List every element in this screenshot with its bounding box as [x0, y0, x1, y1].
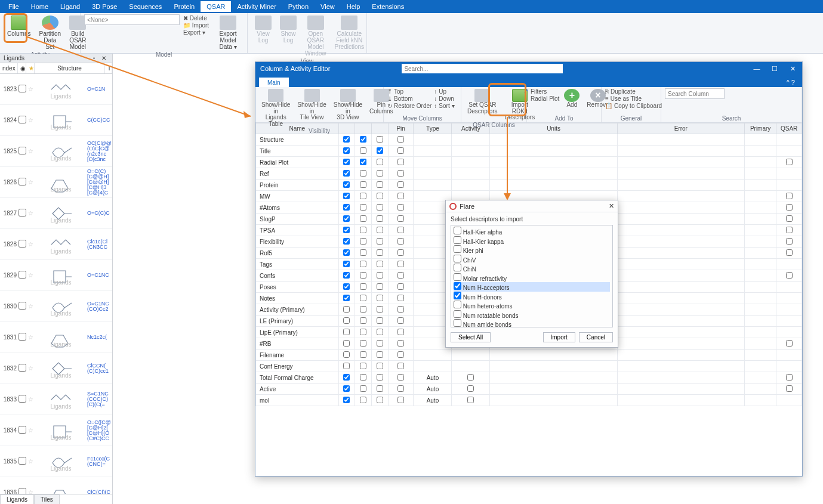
menu-protein[interactable]: Protein: [168, 1, 201, 12]
ligand-checkbox[interactable]: [18, 395, 26, 404]
menu-view[interactable]: View: [315, 1, 341, 12]
table-header[interactable]: Pin: [388, 123, 414, 134]
tab-main[interactable]: Main: [259, 78, 289, 87]
select-all-button[interactable]: Select All: [451, 332, 491, 342]
ligand-row[interactable]: 1828☆LigandsClc1c(Cl(CN3CC: [0, 229, 112, 260]
table-header[interactable]: QSAR: [776, 123, 802, 134]
menu-activity-miner[interactable]: Activity Miner: [231, 1, 282, 12]
descriptor-list[interactable]: Hall-Kier alpha Hall-Kier kappa Kier phi…: [451, 225, 613, 327]
menu-help[interactable]: Help: [341, 1, 366, 12]
ligand-row[interactable]: 1829☆LigandsO=C1NC: [0, 260, 112, 291]
star-icon[interactable]: ☆: [26, 179, 35, 185]
star-icon[interactable]: ☆: [26, 148, 35, 154]
search-column-input[interactable]: [665, 88, 725, 99]
descriptor-item[interactable]: Hall-Kier alpha: [454, 227, 610, 236]
ligand-row[interactable]: 1834☆LigandsO=C([C@[C@H]2[[C@H](O(C#C)CC: [0, 415, 112, 446]
sort[interactable]: ↕ Sort ▾: [434, 103, 454, 109]
editor-titlebar[interactable]: Column & Activity Editor — ☐ ✕: [255, 62, 802, 75]
descriptor-item[interactable]: Molar refractivity: [454, 273, 610, 283]
import-button[interactable]: Import: [543, 332, 575, 342]
table-row[interactable]: Conf Energy: [256, 361, 802, 372]
star-icon[interactable]: ☆: [26, 303, 35, 310]
ligand-row[interactable]: 1832☆LigandsClCCN((C)C)cc1: [0, 353, 112, 384]
table-row[interactable]: Radial Plot: [256, 157, 802, 168]
descriptor-item[interactable]: Num amide bonds: [454, 319, 610, 327]
star-icon[interactable]: ☆: [26, 86, 35, 92]
import-model[interactable]: 📁 Import: [183, 22, 209, 29]
menu-home[interactable]: Home: [25, 1, 54, 12]
star-icon[interactable]: ☆: [26, 458, 35, 465]
table-row[interactable]: Total Formal ChargeAuto: [256, 372, 802, 384]
show-hide-3d-view[interactable]: Show/Hide in3D View: [331, 88, 365, 122]
ligand-checkbox[interactable]: [18, 271, 26, 280]
ligand-checkbox[interactable]: [18, 488, 26, 494]
set-qsar-descriptors[interactable]: Set QSARDescriptors: [465, 88, 500, 115]
star-icon[interactable]: ☆: [26, 396, 35, 403]
ligand-row[interactable]: 1826☆LigandsO=C(C)[C@@H][C@@H][C@H]3[C@]…: [0, 167, 112, 198]
star-icon[interactable]: ☆: [26, 117, 35, 123]
star-icon[interactable]: ☆: [26, 272, 35, 279]
delete-model[interactable]: ✖ Delete: [183, 15, 209, 21]
duplicate-link[interactable]: ⎘ Duplicate: [605, 88, 662, 95]
descriptor-item[interactable]: Num H-acceptors: [454, 282, 610, 292]
export-model[interactable]: Export ▾: [183, 29, 209, 36]
ligands-list[interactable]: 1823☆LigandsO=C1N1824☆LigandsC(CC)CC1825…: [0, 74, 112, 494]
show-hide-ligands-table[interactable]: Show/Hide inLigands Table: [259, 88, 292, 128]
dialog-close-icon[interactable]: ✕: [609, 202, 614, 210]
star-icon[interactable]: ☆: [26, 210, 35, 217]
star-icon[interactable]: ☆: [26, 365, 35, 372]
ligand-checkbox[interactable]: [18, 426, 26, 435]
ligand-checkbox[interactable]: [18, 457, 26, 466]
star-icon[interactable]: ☆: [26, 334, 35, 341]
close-icon[interactable]: ✕: [788, 65, 797, 73]
star-icon[interactable]: ☆: [26, 427, 35, 434]
menu-qsar[interactable]: QSAR: [201, 1, 231, 12]
menu-sequences[interactable]: Sequences: [123, 1, 168, 12]
ligand-checkbox[interactable]: [18, 364, 26, 373]
move-down[interactable]: ↓ Down: [434, 95, 454, 102]
copy-clipboard-link[interactable]: 📋 Copy to Clipboard: [605, 103, 662, 109]
table-row[interactable]: ActiveAuto: [256, 384, 802, 395]
ligand-checkbox[interactable]: [18, 147, 26, 156]
menu-3d-pose[interactable]: 3D Pose: [86, 1, 123, 12]
star-icon[interactable]: ☆: [26, 489, 35, 494]
menu-ligand[interactable]: Ligand: [54, 1, 86, 12]
descriptor-item[interactable]: ChiV: [454, 255, 610, 264]
model-dropdown[interactable]: [84, 14, 180, 25]
minimize-icon[interactable]: —: [752, 65, 762, 73]
ligand-checkbox[interactable]: [18, 302, 26, 311]
filters-link[interactable]: Filters: [531, 88, 559, 95]
table-header[interactable]: Type: [414, 123, 452, 134]
descriptor-item[interactable]: Num hetero-atoms: [454, 301, 610, 310]
show-hide-tile-view[interactable]: Show/Hide inTile View: [295, 88, 328, 122]
ligand-row[interactable]: 1833☆LigandsS=C1NC(CCC)C)[C)(C(=: [0, 384, 112, 415]
menu-extensions[interactable]: Extensions: [366, 1, 410, 12]
table-row[interactable]: Structure: [256, 134, 802, 146]
ligand-checkbox[interactable]: [18, 333, 26, 342]
cancel-button[interactable]: Cancel: [579, 332, 613, 342]
ligand-row[interactable]: 1823☆LigandsO=C1N: [0, 74, 112, 105]
export-model-data[interactable]: Export ModelData ▾: [212, 14, 243, 51]
table-row[interactable]: Filename: [256, 350, 802, 361]
table-header[interactable]: Primary: [744, 123, 776, 134]
menu-python[interactable]: Python: [282, 1, 315, 12]
partition-button[interactable]: PartitionData Set: [35, 14, 64, 51]
radial-plot-link[interactable]: Radial Plot: [531, 95, 559, 102]
col-index[interactable]: ndex: [0, 63, 18, 73]
ligand-row[interactable]: 1830☆LigandsO=C1NC(CO)Cc2: [0, 291, 112, 322]
ligand-row[interactable]: 1827☆LigandsO=C(C)C: [0, 198, 112, 229]
ligand-row[interactable]: 1825☆LigandsOC[C@@(O)C[C@(n2c3nc[O]c3nc: [0, 136, 112, 167]
help-icon[interactable]: ^ ?: [783, 78, 799, 87]
ligand-checkbox[interactable]: [18, 209, 26, 218]
table-row[interactable]: Protein: [256, 180, 802, 191]
maximize-icon[interactable]: ☐: [770, 65, 779, 73]
ligand-row[interactable]: 1836☆LigandsClC(Cl)(C: [0, 477, 112, 494]
ligand-checkbox[interactable]: [18, 116, 26, 125]
table-row[interactable]: molAuto: [256, 395, 802, 406]
move-top[interactable]: ⤒ Top: [387, 88, 431, 95]
add-button[interactable]: Add: [562, 88, 582, 109]
panel-controls[interactable]: ▫ ✕: [93, 55, 109, 61]
move-bottom[interactable]: ⤓ Bottom: [387, 95, 431, 102]
flare-dialog-title[interactable]: Flare ✕: [446, 200, 618, 212]
use-as-title-link[interactable]: ≡ Use as Title: [605, 95, 662, 102]
